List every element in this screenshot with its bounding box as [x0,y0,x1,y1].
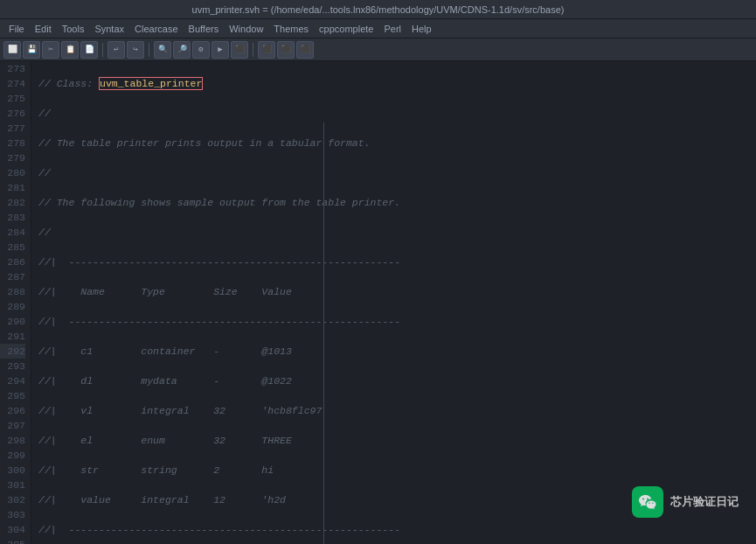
line-num: 279 [0,150,25,165]
toolbar-btn-10[interactable]: ⚙ [192,41,210,59]
line-num: 284 [0,225,25,240]
line-num: 276 [0,106,25,121]
toolbar-sep-1 [102,43,103,57]
line-num: 296 [0,403,25,418]
line-num: 295 [0,388,25,403]
code-line-276: // [38,165,756,180]
menu-item-buffers[interactable]: Buffers [184,24,225,34]
line-num: 305 [0,537,25,544]
line-num: 273 [0,61,25,76]
line-num: 302 [0,492,25,507]
line-num: 293 [0,359,25,373]
code-line-284: //| vl integral 32 'hcb8flc97 [38,403,756,418]
menu-item-themes[interactable]: Themes [268,24,314,34]
toolbar-btn-12[interactable]: ⬛ [231,41,248,59]
line-num: 280 [0,165,25,180]
wechat-icon [637,492,658,513]
toolbar-btn-5[interactable]: 📄 [80,41,98,59]
code-line-274: // [38,106,756,121]
line-num: 301 [0,478,25,492]
line-num: 300 [0,463,25,478]
code-line-275: // The table printer prints output in a … [38,136,756,150]
line-num: 292 [0,344,25,359]
toolbar-btn-3[interactable]: ✂ [42,41,59,59]
line-num: 299 [0,448,25,463]
code-line-285: //| el enum 32 THREE [38,433,756,448]
line-num: 289 [0,299,25,314]
line-num: 297 [0,418,25,433]
menu-item-file[interactable]: File [3,24,30,34]
watermark-text: 芯片验证日记 [670,494,739,510]
title-text: uvm_printer.svh = (/home/eda/...tools.ln… [192,4,565,15]
menu-bar: FileEditToolsSyntaxClearcaseBuffersWindo… [0,19,756,38]
code-line-282: //| c1 container - @1013 [38,344,756,359]
code-line-288: //| ------------------------------------… [38,522,756,537]
toolbar: ⬜ 💾 ✂ 📋 📄 ↩ ↪ 🔍 🔎 ⚙ ▶ ⬛ ⬛ ⬛ ⬛ [0,38,756,61]
line-num: 283 [0,210,25,225]
menu-item-window[interactable]: Window [224,24,268,34]
line-num: 277 [0,121,25,136]
code-line-283: //| dl mydata - @1022 [38,373,756,388]
watermark-icon [632,486,663,518]
toolbar-btn-8[interactable]: 🔍 [154,41,171,59]
code-line-277: // The following shows sample output fro… [38,195,756,210]
menu-item-syntax[interactable]: Syntax [89,24,129,34]
toolbar-btn-4[interactable]: 📋 [61,41,79,59]
line-num: 285 [0,240,25,255]
menu-item-clearcase[interactable]: Clearcase [129,24,184,34]
toolbar-btn-2[interactable]: 💾 [23,41,40,59]
toolbar-sep-2 [149,43,149,57]
line-num: 278 [0,136,25,150]
menu-item-help[interactable]: Help [406,24,437,34]
line-num: 281 [0,180,25,195]
menu-item-cppcomplete[interactable]: cppcomplete [314,24,378,34]
line-num: 291 [0,329,25,344]
code-content[interactable]: // Class: uvm_table_printer // // The ta… [31,61,756,544]
line-num: 290 [0,314,25,329]
line-num: 298 [0,433,25,448]
toolbar-btn-7[interactable]: ↪ [127,41,144,59]
toolbar-btn-11[interactable]: ▶ [212,41,229,59]
toolbar-sep-3 [253,43,253,57]
line-num: 288 [0,284,25,299]
line-num: 282 [0,195,25,210]
line-num: 303 [0,507,25,522]
line-numbers: 273 274 275 276 277 278 279 280 281 282 … [0,61,31,544]
toolbar-btn-1[interactable]: ⬜ [3,41,21,59]
line-num: 275 [0,91,25,106]
line-num: 286 [0,255,25,269]
code-line-280: //| Name Type Size Value [38,284,756,299]
toolbar-btn-6[interactable]: ↩ [108,41,125,59]
toolbar-btn-9[interactable]: 🔎 [173,41,191,59]
toolbar-btn-13[interactable]: ⬛ [258,41,275,59]
line-num: 304 [0,522,25,537]
menu-item-tools[interactable]: Tools [57,24,90,34]
watermark: 芯片验证日记 [632,486,739,518]
code-line-273: // Class: uvm_table_printer [38,76,756,91]
line-num: 294 [0,373,25,388]
line-num: 287 [0,269,25,284]
toolbar-btn-14[interactable]: ⬛ [277,41,295,59]
code-line-281: //| ------------------------------------… [38,314,756,329]
menu-item-edit[interactable]: Edit [30,24,57,34]
code-line-286: //| str string 2 hi [38,463,756,478]
title-bar: uvm_printer.svh = (/home/eda/...tools.ln… [0,0,756,19]
toolbar-btn-15[interactable]: ⬛ [296,41,314,59]
menu-item-perl[interactable]: Perl [378,24,406,34]
line-num: 274 [0,76,25,91]
code-line-279: //| ------------------------------------… [38,255,756,269]
code-line-278: // [38,225,756,240]
editor-area: 273 274 275 276 277 278 279 280 281 282 … [0,61,756,544]
